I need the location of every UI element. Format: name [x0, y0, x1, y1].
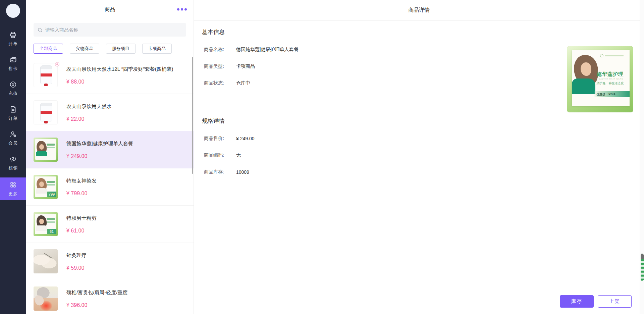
field-value: ¥ 249.00: [236, 136, 255, 141]
sidebar-item-recharge[interactable]: 充值: [0, 78, 26, 99]
tab-service-items[interactable]: 服务项目: [106, 44, 136, 54]
product-list-item[interactable]: 针灸理疗 ¥ 59.00: [26, 243, 194, 280]
field-label: 商品状态:: [204, 80, 236, 86]
product-image-brand-text: 施华蔻护理: [594, 71, 626, 77]
product-name: 特权男士精剪: [66, 215, 97, 221]
sidebar-item-label: 充值: [8, 91, 18, 97]
product-thumbnail: [34, 249, 58, 273]
list-scrollbar[interactable]: [192, 57, 193, 174]
product-image: 施华蔻护理 HEALTHY HAIR CARE 染护是一种生活态度 优惠价：¥2…: [567, 46, 633, 112]
product-list-item[interactable]: 农夫山泉饮用天然水12L “四季发财”套餐(四桶装) ¥ 88.00: [26, 57, 194, 94]
product-list-item-selected[interactable]: 德国施华蔻|健康护理单人套餐 ¥ 249.00: [26, 131, 194, 168]
product-price: ¥ 22.00: [66, 116, 112, 122]
detail-row: 商品编码: 无: [204, 152, 644, 158]
product-price: ¥ 59.00: [66, 265, 87, 271]
spec-rows: 商品售价: ¥ 249.00 商品编码: 无 商品库存: 10009: [202, 136, 644, 175]
category-filter-tabs: 全部商品 实物商品 服务项目 卡项商品: [26, 40, 194, 57]
order-icon: [9, 105, 17, 113]
detail-row: 商品售价: ¥ 249.00: [204, 136, 644, 142]
detail-row: 商品库存: 10009: [204, 169, 644, 175]
sidebar-item-label: 售卡: [8, 66, 18, 72]
detail-header: 商品详情: [194, 0, 644, 21]
detail-actions: 库存 上架: [560, 295, 632, 308]
sidebar-item-sell-card[interactable]: 售卡: [0, 53, 26, 74]
sidebar-nav: 开单 售卡 充值 订单: [0, 29, 26, 203]
field-label: 商品类型:: [204, 63, 236, 69]
product-image-eng-text: HEALTHY HAIR CARE: [594, 78, 626, 80]
product-name: 颈椎/富贵包/肩周-轻度/重度: [66, 289, 128, 296]
product-name: 德国施华蔻|健康护理单人套餐: [66, 140, 133, 147]
search-icon: [38, 28, 43, 33]
sell-card-icon: [9, 56, 17, 64]
product-name: 农夫山泉饮用天然水12L “四季发财”套餐(四桶装): [66, 66, 173, 72]
thumbnail-badge-icon: [55, 62, 59, 66]
product-image-price-bar: 优惠价：¥249: [594, 91, 630, 97]
sidebar-item-label: 核销: [8, 165, 18, 171]
avatar[interactable]: [6, 4, 20, 18]
page-scrollbar[interactable]: [640, 0, 644, 314]
product-list: 农夫山泉饮用天然水12L “四季发财”套餐(四桶装) ¥ 88.00 农夫山泉饮…: [26, 57, 194, 314]
field-value: 10009: [236, 169, 249, 175]
field-label: 商品售价:: [204, 136, 236, 142]
panel-title: 商品: [105, 6, 115, 13]
put-on-shelf-button[interactable]: 上架: [598, 295, 632, 308]
product-list-header: 商品: [26, 0, 194, 19]
detail-title: 商品详情: [408, 7, 430, 14]
product-thumbnail: 61: [34, 212, 58, 236]
member-icon: [9, 130, 17, 138]
field-label: 商品名称:: [204, 47, 236, 53]
product-thumbnail: [34, 138, 58, 162]
ellipsis-menu-icon[interactable]: [176, 6, 187, 13]
product-price: ¥ 799.00: [66, 191, 97, 197]
product-name: 针灸理疗: [66, 252, 87, 258]
search-box[interactable]: [34, 23, 186, 37]
page-scrollbar-thumb[interactable]: [641, 254, 644, 281]
search-input[interactable]: [45, 27, 182, 33]
product-list-item[interactable]: 61 特权男士精剪 ¥ 61.00: [26, 206, 194, 243]
field-value: 无: [236, 152, 241, 158]
sidebar-item-more[interactable]: 更多: [0, 177, 26, 200]
recharge-icon: [9, 81, 17, 89]
sidebar-item-label: 会员: [8, 140, 18, 146]
product-image-logo: [600, 54, 624, 57]
product-thumbnail: [34, 63, 58, 87]
tab-card-products[interactable]: 卡项商品: [142, 44, 172, 54]
product-name: 特权女神染发: [66, 177, 97, 184]
field-value: 德国施华蔻|健康护理单人套餐: [236, 47, 299, 53]
stock-button[interactable]: 库存: [560, 295, 594, 308]
field-value: 仓库中: [236, 80, 250, 86]
section-heading-spec: 规格详情: [202, 117, 644, 125]
product-list-item[interactable]: 颈椎/富贵包/肩周-轻度/重度 ¥ 396.00: [26, 280, 194, 314]
field-label: 商品库存:: [204, 169, 236, 175]
detail-body: 基本信息 商品名称: 德国施华蔻|健康护理单人套餐 商品类型: 卡项商品 商品状…: [194, 21, 644, 314]
field-label: 商品编码:: [204, 152, 236, 158]
section-heading-basic: 基本信息: [202, 28, 644, 36]
app-window: 开单 售卡 充值 订单: [0, 0, 644, 314]
sidebar-item-verify[interactable]: 核销: [0, 153, 26, 173]
tab-physical-products[interactable]: 实物商品: [70, 44, 99, 54]
product-thumbnail: [34, 286, 58, 311]
product-name: 农夫山泉饮用天然水: [66, 103, 112, 109]
field-value: 卡项商品: [236, 63, 255, 69]
product-thumbnail: [34, 100, 58, 124]
tab-all-products[interactable]: 全部商品: [34, 44, 63, 54]
product-thumbnail: 799: [34, 175, 58, 199]
product-detail-panel: 商品详情 基本信息 商品名称: 德国施华蔻|健康护理单人套餐 商品类型: 卡项商…: [194, 0, 644, 314]
sidebar: 开单 售卡 充值 订单: [0, 0, 26, 314]
sidebar-item-orders[interactable]: 订单: [0, 103, 26, 124]
product-price: ¥ 88.00: [66, 79, 173, 85]
product-list-item[interactable]: 799 特权女神染发 ¥ 799.00: [26, 168, 194, 206]
invoice-icon: [9, 31, 17, 39]
verify-icon: [9, 155, 17, 163]
sidebar-item-members[interactable]: 会员: [0, 128, 26, 149]
sidebar-item-billing[interactable]: 开单: [0, 29, 26, 49]
product-price: ¥ 249.00: [66, 153, 133, 159]
product-list-item[interactable]: 农夫山泉饮用天然水 ¥ 22.00: [26, 94, 194, 131]
product-image-card: 施华蔻护理 HEALTHY HAIR CARE 染护是一种生活态度 优惠价：¥2…: [572, 50, 630, 106]
product-image-subtitle: 染护是一种生活态度: [594, 81, 626, 86]
more-grid-icon: [9, 181, 17, 189]
sidebar-item-label: 更多: [8, 191, 18, 197]
sidebar-item-label: 开单: [8, 41, 18, 47]
product-price: ¥ 61.00: [66, 228, 97, 234]
product-list-panel: 商品 全部商品 实物商品 服务项目 卡项商品 农夫山泉饮用天然水12L “四季发…: [26, 0, 194, 314]
